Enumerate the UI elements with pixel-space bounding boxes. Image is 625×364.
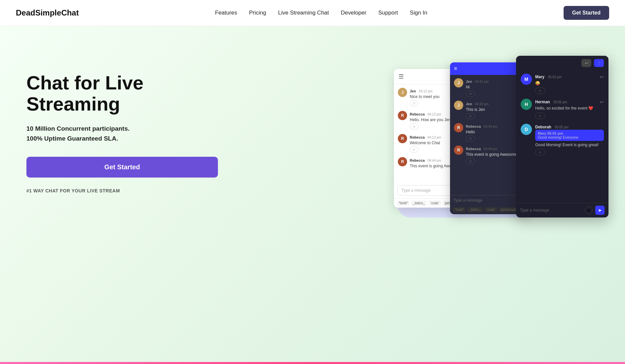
quoted-text: Good morning! Everyone	[538, 135, 601, 139]
chat-window-dark: ↩ ⋮ M Mary 05:02 pm 😜 ☺ ↩ H	[516, 56, 608, 217]
reaction-button[interactable]: ☺	[466, 136, 475, 142]
msg-time: 04:13 pm	[428, 136, 441, 139]
msg-text: Nice to meet you	[410, 94, 439, 99]
msg-text: Welcome to Chat	[410, 141, 441, 145]
list-item: H Herman 05:05 pm Hello, so excited for …	[521, 99, 604, 119]
hero-section: Chat for Live Streaming 10 Million Concu…	[0, 26, 625, 364]
msg-time: 05:05 pm	[555, 125, 569, 129]
msg-text: Hello. How are you Jen?	[410, 117, 453, 122]
nav-pricing[interactable]: Pricing	[249, 10, 266, 16]
hero-cta-button[interactable]: Get Started	[26, 157, 218, 178]
list-item: J Jen 04:43 pm This is Jen ☺	[454, 101, 525, 119]
avatar: H	[521, 99, 532, 110]
bottom-decoration-bar	[0, 362, 625, 364]
reply-icon[interactable]: ↩	[600, 74, 604, 80]
hero-subtitle-line2: 100% Uptime Guaranteed SLA.	[26, 135, 118, 142]
quoted-message: Mary 05:01 pm Good morning! Everyone	[535, 130, 604, 141]
msg-sender: Deborah	[535, 125, 551, 129]
send-button[interactable]: ➤	[595, 206, 605, 215]
chat3-top-btn-back[interactable]: ↩	[581, 59, 591, 67]
msg-text: Hello	[466, 130, 497, 134]
chat2-input[interactable]: Type a message	[453, 198, 526, 203]
toolbar-italic: _italics_	[411, 201, 427, 206]
nav-links: Features Pricing Live Streaming Chat Dev…	[215, 10, 427, 16]
msg-time: 04:44 pm	[484, 147, 498, 151]
list-item: J Jen 04:41 pm Hi ☺	[454, 78, 525, 97]
navigation: DeadSimpleChat Features Pricing Live Str…	[0, 0, 625, 26]
reaction-button[interactable]: ☺	[410, 147, 418, 152]
msg-sender: Rebecca	[410, 112, 425, 116]
msg-text: Good Morning! Event is going great!	[535, 142, 604, 148]
msg-sender: Herman	[535, 100, 550, 104]
msg-sender: Rebecca	[466, 147, 481, 151]
msg-time: 05:02 pm	[548, 75, 562, 79]
reaction-button[interactable]: ☺	[535, 113, 545, 119]
chat3-input[interactable]: Type a message	[520, 208, 582, 213]
avatar: R	[398, 157, 407, 166]
list-item: M Mary 05:02 pm 😜 ☺ ↩	[521, 74, 604, 94]
hero-tagline: #1 WAY CHAT FOR YOUR LIVE STREAM	[26, 188, 225, 193]
chat2-header-icon: ≡	[454, 66, 457, 72]
hero-subtitle: 10 Million Concurrent participants. 100%…	[26, 124, 225, 144]
hero-content: Chat for Live Streaming 10 Million Concu…	[26, 52, 225, 193]
msg-time: 04:13 pm	[428, 113, 441, 116]
msg-sender: Rebecca	[410, 158, 425, 162]
msg-time: 04:43 pm	[475, 102, 489, 106]
reaction-button[interactable]: ☺	[410, 123, 418, 129]
chat3-input-area: Type a message ● ➤	[516, 203, 608, 217]
toolbar-code: `code`	[485, 207, 497, 212]
site-logo[interactable]: DeadSimpleChat	[16, 8, 79, 17]
avatar: J	[398, 88, 407, 97]
msg-time: 04:44 pm	[484, 125, 498, 128]
chat3-top-btn-more[interactable]: ⋮	[594, 59, 604, 67]
avatar: R	[454, 123, 463, 132]
toolbar-code: `code`	[429, 201, 441, 206]
quoted-sender: Mary 05:01 pm	[538, 131, 601, 135]
avatar: J	[454, 101, 463, 110]
avatar: M	[521, 74, 532, 85]
toolbar-italic: _italics_	[468, 207, 483, 212]
avatar: R	[398, 134, 407, 143]
list-item: R Rebecca 04:44 pm Hello ☺	[454, 123, 525, 142]
msg-sender: Jen	[466, 80, 472, 83]
avatar: J	[454, 78, 463, 87]
msg-time: 04:41 pm	[475, 80, 489, 83]
msg-time: 04:44 pm	[428, 159, 441, 162]
reaction-button[interactable]: ☺	[466, 113, 475, 119]
hamburger-icon: ☰	[399, 73, 404, 80]
msg-emoji: 😜	[535, 81, 597, 86]
avatar: R	[454, 146, 463, 155]
nav-live-streaming[interactable]: Live Streaming Chat	[278, 10, 329, 16]
msg-sender: Jen	[410, 89, 416, 93]
msg-sender: Rebecca	[410, 135, 425, 139]
avatar: R	[398, 111, 407, 120]
nav-cta-button[interactable]: Get Started	[564, 6, 609, 20]
nav-developer[interactable]: Developer	[341, 10, 366, 16]
msg-time: 04:12 pm	[419, 89, 433, 93]
reaction-button[interactable]: ☺	[535, 87, 545, 94]
chat3-top-bar: ↩ ⋮	[516, 56, 608, 70]
reaction-button[interactable]: ☺	[410, 100, 418, 106]
toolbar-bold: *bold*	[397, 201, 409, 206]
msg-text: Hello, so excited for the event ❤️	[535, 106, 597, 111]
msg-sender: Jen	[466, 102, 472, 106]
hero-subtitle-line1: 10 Million Concurrent participants.	[26, 125, 130, 132]
emoji-button[interactable]: ●	[585, 206, 593, 214]
reaction-button[interactable]: ☺	[466, 91, 475, 97]
list-item: R Rebecca 04:44 pm This event is going A…	[454, 146, 525, 164]
nav-features[interactable]: Features	[215, 10, 237, 16]
msg-text: This is Jen	[466, 107, 489, 112]
msg-text: This event is going Awesome	[466, 152, 517, 157]
msg-sender: Rebecca	[466, 124, 481, 128]
hero-title: Chat for Live Streaming	[26, 72, 225, 115]
reply-icon[interactable]: ↩	[600, 99, 604, 105]
reaction-button[interactable]: ☺	[535, 149, 545, 155]
msg-time: 05:05 pm	[553, 100, 567, 104]
chat3-messages: M Mary 05:02 pm 😜 ☺ ↩ H Herman 05:05 pm	[516, 70, 608, 203]
nav-signin[interactable]: Sign In	[410, 10, 427, 16]
toolbar-bold: *bold*	[453, 207, 466, 212]
list-item: D Deborah 05:05 pm Mary 05:01 pm Good mo…	[521, 124, 604, 156]
nav-support[interactable]: Support	[378, 10, 398, 16]
reaction-button[interactable]: ☺	[466, 158, 475, 164]
chat-mockups: ☰ J Jen 04:12 pm Nice to meet you ☺ R	[387, 59, 605, 224]
